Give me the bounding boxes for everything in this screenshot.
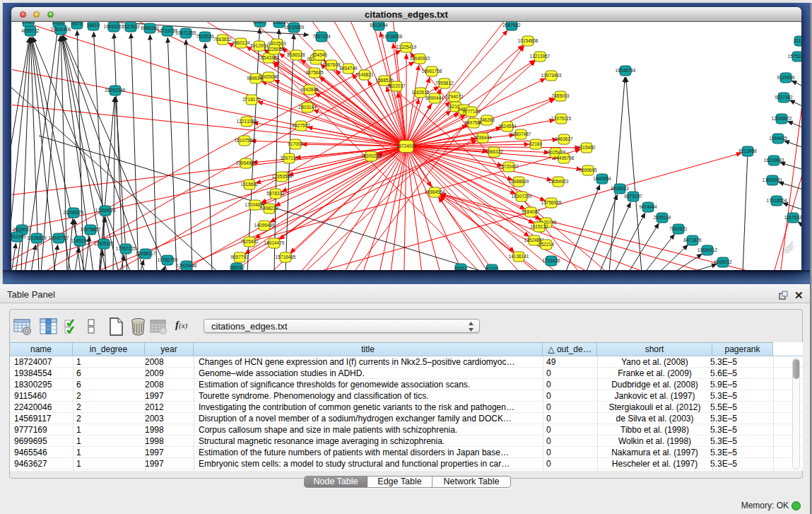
svg-text:14495798: 14495798 — [554, 156, 575, 160]
svg-text:87233: 87233 — [486, 267, 498, 270]
svg-text:12213383: 12213383 — [237, 119, 257, 124]
svg-text:2935114: 2935114 — [654, 215, 671, 220]
svg-text:12213957: 12213957 — [530, 54, 551, 59]
svg-text:10807487: 10807487 — [511, 132, 531, 136]
svg-text:10688609: 10688609 — [509, 179, 529, 184]
svg-text:8813054: 8813054 — [370, 23, 388, 28]
svg-text:746266: 746266 — [479, 117, 495, 122]
svg-text:19218506: 19218506 — [382, 34, 403, 39]
svg-text:9463627: 9463627 — [555, 136, 573, 141]
svg-text:10154808: 10154808 — [518, 38, 539, 43]
svg-text:9777169: 9777169 — [462, 109, 481, 114]
svg-text:15720407: 15720407 — [499, 164, 519, 169]
svg-text:8427552: 8427552 — [292, 123, 310, 128]
svg-text:16210643: 16210643 — [764, 158, 784, 163]
svg-text:7632621: 7632621 — [669, 226, 688, 231]
svg-text:2835001: 2835001 — [13, 227, 31, 232]
svg-text:9860124: 9860124 — [232, 40, 250, 45]
svg-text:16543382: 16543382 — [259, 55, 279, 60]
svg-text:19855: 19855 — [22, 22, 35, 24]
svg-text:16548784: 16548784 — [616, 68, 636, 73]
svg-text:28053346: 28053346 — [105, 88, 126, 93]
svg-text:13226058: 13226058 — [264, 47, 285, 52]
svg-text:16810: 16810 — [87, 23, 100, 28]
svg-text:8186328: 8186328 — [287, 52, 305, 57]
svg-text:1733426: 1733426 — [542, 258, 560, 263]
svg-text:7857224: 7857224 — [312, 34, 331, 39]
svg-text:7515526: 7515526 — [196, 34, 214, 39]
svg-text:3267110: 3267110 — [281, 156, 298, 160]
svg-text:20691406: 20691406 — [51, 27, 71, 32]
svg-text:18300295: 18300295 — [361, 153, 382, 158]
svg-text:16961758: 16961758 — [422, 69, 442, 74]
svg-text:8213958: 8213958 — [739, 148, 757, 153]
svg-text:16782759: 16782759 — [158, 257, 178, 262]
svg-text:17957225: 17957225 — [116, 246, 136, 251]
svg-text:9184067: 9184067 — [522, 209, 540, 214]
svg-text:1162615: 1162615 — [412, 90, 430, 95]
svg-text:11121: 11121 — [794, 38, 801, 43]
svg-text:2087682: 2087682 — [502, 23, 521, 28]
svg-text:13654923: 13654923 — [548, 179, 569, 184]
svg-text:9115460: 9115460 — [578, 145, 596, 150]
svg-text:3875685: 3875685 — [305, 70, 324, 75]
svg-text:12923448: 12923448 — [177, 263, 197, 268]
svg-text:2803144: 2803144 — [298, 105, 317, 110]
svg-text:1527602: 1527602 — [122, 24, 140, 29]
svg-text:9073: 9073 — [72, 22, 83, 26]
svg-text:19384554: 19384554 — [425, 189, 445, 194]
svg-text:1615132: 1615132 — [530, 224, 548, 229]
svg-text:12505115: 12505115 — [94, 241, 114, 246]
svg-text:165032: 165032 — [229, 265, 245, 270]
svg-text:7625402: 7625402 — [240, 239, 259, 244]
svg-text:9245012: 9245012 — [714, 259, 732, 264]
svg-text:18640910: 18640910 — [410, 56, 430, 61]
svg-text:9242848: 9242848 — [300, 87, 319, 92]
svg-text:7955812: 7955812 — [435, 81, 454, 86]
svg-text:5498222: 5498222 — [260, 206, 278, 211]
svg-text:12093872: 12093872 — [772, 116, 792, 121]
svg-text:10654983: 10654983 — [236, 160, 257, 165]
svg-text:1440954: 1440954 — [593, 176, 611, 181]
svg-text:18307299: 18307299 — [512, 194, 532, 199]
svg-text:10958117: 10958117 — [136, 251, 156, 256]
svg-text:3911949: 3911949 — [11, 234, 26, 239]
svg-text:62160: 62160 — [529, 141, 542, 146]
svg-text:13692951: 13692951 — [763, 177, 783, 182]
svg-text:16107553: 16107553 — [235, 138, 255, 143]
svg-text:6794072: 6794072 — [445, 94, 464, 99]
svg-text:12942757: 12942757 — [49, 235, 69, 240]
svg-text:16033809: 16033809 — [284, 25, 305, 30]
svg-text:14136141: 14136141 — [509, 254, 529, 259]
svg-text:8454749: 8454749 — [339, 66, 358, 71]
svg-text:2718176: 2718176 — [242, 97, 261, 102]
svg-text:8990444: 8990444 — [425, 95, 444, 100]
svg-text:12375115: 12375115 — [551, 116, 572, 121]
svg-text:93011: 93011 — [454, 266, 467, 270]
svg-text:10975857: 10975857 — [81, 227, 101, 232]
svg-text:8938923: 8938923 — [611, 186, 629, 191]
svg-text:9146821: 9146821 — [355, 72, 374, 77]
svg-text:11156829: 11156829 — [27, 235, 47, 240]
svg-text:252214: 252214 — [539, 242, 554, 247]
svg-text:22420046: 22420046 — [259, 74, 279, 79]
svg-text:9227342: 9227342 — [775, 95, 793, 100]
svg-text:2867608: 2867608 — [322, 62, 341, 67]
svg-text:7485003: 7485003 — [551, 93, 570, 98]
svg-text:6966160: 6966160 — [141, 25, 159, 30]
svg-text:12353594: 12353594 — [272, 174, 293, 179]
svg-text:9474444: 9474444 — [639, 204, 657, 209]
svg-text:11325419: 11325419 — [396, 45, 417, 49]
svg-text:154546: 154546 — [312, 52, 327, 57]
svg-text:15751074: 15751074 — [788, 54, 801, 59]
svg-text:7663822: 7663822 — [213, 37, 232, 42]
svg-text:16914479: 16914479 — [264, 240, 285, 245]
svg-text:7986322: 7986322 — [485, 149, 503, 154]
svg-text:20206576: 20206576 — [64, 210, 84, 215]
svg-text:17016504: 17016504 — [767, 198, 787, 203]
svg-text:5878332: 5878332 — [266, 191, 285, 196]
svg-text:10654112: 10654112 — [698, 247, 718, 252]
svg-text:6879197: 6879197 — [624, 194, 642, 199]
svg-text:17359928: 17359928 — [95, 208, 116, 213]
svg-text:18724007: 18724007 — [396, 144, 417, 148]
